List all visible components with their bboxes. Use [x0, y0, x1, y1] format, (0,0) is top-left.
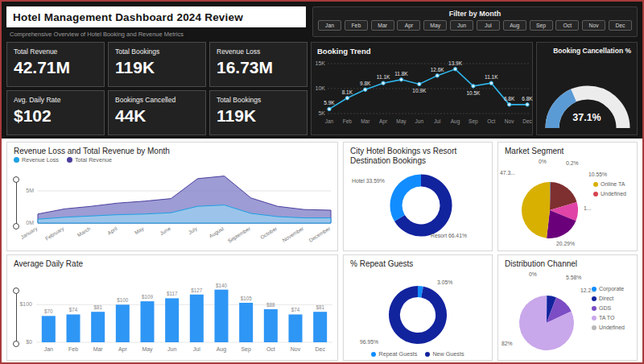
- month-chip-feb[interactable]: Feb: [345, 20, 368, 31]
- page-subtitle: Comprehensive Overview of Hotel Booking …: [10, 31, 184, 38]
- svg-text:June: June: [159, 225, 171, 237]
- svg-text:Aug: Aug: [217, 346, 227, 353]
- repeat-guests-marker-icon: [371, 352, 376, 357]
- title-box: Hotel Management Dashboard 2024 Review: [6, 6, 306, 27]
- kpi-total-revenue: Total Revenue 42.71M: [6, 42, 105, 87]
- kpi-value: 119K: [217, 106, 300, 126]
- svg-text:13.9K: 13.9K: [448, 60, 463, 66]
- month-chip-dec[interactable]: Dec: [609, 20, 632, 31]
- svg-text:$109: $109: [142, 294, 154, 300]
- booking-trend-title: Booking Trend: [312, 43, 532, 56]
- month-chip-apr[interactable]: Apr: [397, 20, 420, 31]
- top-dark-section: Hotel Management Dashboard 2024 Review C…: [2, 2, 642, 139]
- market-slice-label: 10.55%: [588, 172, 607, 177]
- svg-text:Nov: Nov: [291, 346, 301, 352]
- month-chip-mar[interactable]: Mar: [371, 20, 394, 31]
- undefined-marker-icon: [593, 192, 598, 196]
- legend-undefined[interactable]: Undefined: [593, 191, 626, 196]
- svg-text:Sep: Sep: [469, 118, 478, 125]
- month-chip-may[interactable]: May: [423, 20, 447, 31]
- month-chip-oct[interactable]: Oct: [555, 20, 579, 31]
- hotel-share-label: Hotel 33.59%: [352, 178, 385, 184]
- svg-text:Jan: Jan: [44, 346, 53, 352]
- legend-total-revenue[interactable]: Total Revenue: [67, 156, 112, 163]
- kpi-value: 119K: [115, 58, 199, 77]
- legend-corporate[interactable]: Corporate: [592, 286, 625, 292]
- svg-text:Apr: Apr: [379, 118, 388, 125]
- svg-text:May: May: [396, 118, 407, 125]
- gds-marker-icon: [592, 306, 597, 311]
- svg-text:11.1K: 11.1K: [377, 74, 390, 80]
- kpi-value: 44K: [115, 106, 199, 126]
- legend-undefined-dist[interactable]: Undefined: [592, 325, 625, 330]
- legend-label: GDS: [599, 305, 611, 311]
- legend-revenue-loss[interactable]: Revenue Loss: [14, 156, 59, 163]
- svg-text:July: July: [188, 225, 200, 236]
- svg-text:$127: $127: [191, 287, 203, 293]
- svg-text:10.5K: 10.5K: [466, 90, 481, 96]
- svg-text:April: April: [106, 225, 119, 237]
- hotel-dashboard: Hotel Management Dashboard 2024 Review C…: [0, 0, 644, 364]
- undefined-marker-icon: [592, 325, 597, 330]
- svg-text:Nov: Nov: [505, 118, 514, 124]
- adr-bar-chart[interactable]: $0$100$70Jan$74Feb$81Mar$100Apr$109May$1…: [9, 270, 339, 360]
- svg-text:$74: $74: [291, 307, 300, 312]
- kpi-value: 16.73M: [217, 58, 300, 77]
- booking-trend-chart[interactable]: 5K10K15K5.9KJan8.1KFeb9.8KMar11.1KApr11.…: [312, 56, 534, 134]
- svg-text:January: January: [19, 225, 39, 241]
- svg-text:Dec: Dec: [315, 346, 325, 352]
- svg-text:12.6K: 12.6K: [431, 67, 445, 72]
- svg-text:Feb: Feb: [343, 118, 353, 124]
- svg-text:6.8K: 6.8K: [504, 96, 515, 101]
- svg-text:$140: $140: [216, 283, 228, 288]
- market-slice-label: 1...: [584, 205, 591, 211]
- month-chip-jan[interactable]: Jan: [318, 20, 341, 31]
- market-segment-title: Market Segment: [498, 143, 637, 156]
- svg-text:$70: $70: [44, 308, 53, 314]
- month-chip-jul[interactable]: Jul: [477, 20, 500, 31]
- city-resort-donut-chart[interactable]: [344, 163, 493, 250]
- kpi-label: Bookings Cancelled: [115, 96, 199, 104]
- svg-text:11.8K: 11.8K: [394, 71, 408, 77]
- svg-text:Jan: Jan: [325, 118, 334, 124]
- kpi-label: Avg. Daily Rate: [14, 96, 97, 104]
- revenue-panel: Revenue Loss and Total Revenue by Month …: [6, 142, 338, 251]
- month-chip-sep[interactable]: Sep: [530, 20, 553, 31]
- month-chip-aug[interactable]: Aug: [503, 20, 526, 31]
- kpi-avg-daily-rate: Avg. Daily Rate $102: [6, 90, 105, 135]
- adr-title: Average Daily Rate: [7, 255, 337, 269]
- legend-repeat-guests[interactable]: Repeat Guests: [371, 350, 417, 358]
- legend-online-ta[interactable]: Online TA: [593, 181, 626, 187]
- revenue-panel-title: Revenue Loss and Total Revenue by Month: [7, 143, 337, 156]
- kpi-label: Total Revenue: [14, 48, 97, 56]
- page-title: Hotel Management Dashboard 2024 Review: [13, 11, 243, 23]
- adr-panel: Average Daily Rate $0$100$70Jan$74Feb$81…: [6, 254, 338, 361]
- svg-text:$0: $0: [26, 339, 32, 345]
- legend-new-guests[interactable]: New Guests: [425, 350, 464, 358]
- legend-direct[interactable]: Direct: [592, 296, 625, 301]
- legend-ta-to[interactable]: TA TO: [592, 315, 625, 321]
- svg-text:August: August: [208, 225, 225, 240]
- svg-text:March: March: [76, 225, 92, 238]
- svg-text:Oct: Oct: [487, 118, 495, 124]
- svg-text:5.9K: 5.9K: [324, 100, 335, 105]
- svg-text:11.1K: 11.1K: [485, 74, 498, 80]
- revenue-area-chart[interactable]: 0M5MJanuaryFebruaryMarchAprilMayJuneJuly…: [9, 163, 339, 250]
- svg-text:$105: $105: [241, 296, 253, 301]
- month-chip-jun[interactable]: Jun: [450, 20, 473, 31]
- legend-label: Online TA: [601, 181, 625, 187]
- svg-text:$74: $74: [69, 307, 78, 312]
- kpi-revenue-loss: Revenue Loss 16.73M: [209, 42, 308, 87]
- kpi-label: Total Bookings: [217, 96, 300, 104]
- city-resort-panel: City Hotel Bookings vs Resort Destinatio…: [343, 142, 493, 251]
- svg-text:November: November: [281, 225, 305, 242]
- legend-gds[interactable]: GDS: [592, 305, 625, 311]
- svg-text:October: October: [259, 225, 279, 240]
- repeat-guests-donut-chart[interactable]: [344, 275, 493, 358]
- month-chip-nov[interactable]: Nov: [582, 20, 605, 31]
- market-slice-label: 20.29%: [556, 241, 575, 246]
- market-segment-pie-chart[interactable]: [498, 160, 638, 250]
- kpi-value: $102: [14, 106, 97, 126]
- svg-text:February: February: [44, 225, 66, 242]
- dist-slice-label: 5.58%: [566, 275, 581, 280]
